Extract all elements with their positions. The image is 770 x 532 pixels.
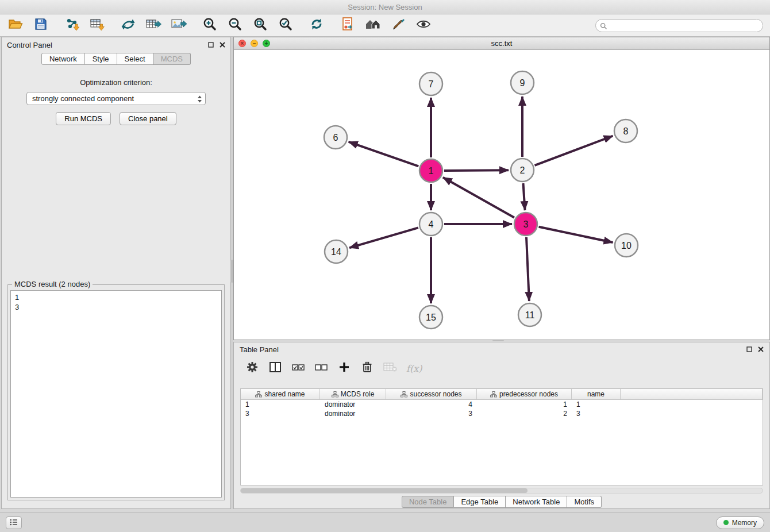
tab-network-table[interactable]: Network Table — [506, 496, 567, 508]
export-network-button[interactable] — [120, 17, 137, 34]
edge-1-6[interactable] — [349, 142, 419, 167]
table-cell[interactable]: 3 — [386, 410, 477, 418]
tab-mcds[interactable]: MCDS — [153, 53, 191, 65]
table-cell[interactable]: 3 — [241, 410, 320, 418]
import-table-button[interactable] — [88, 17, 106, 34]
double-home-button[interactable] — [364, 17, 382, 34]
node-8[interactable]: 8 — [614, 119, 637, 142]
memory-label: Memory — [732, 519, 757, 527]
edge-2-8[interactable] — [535, 136, 613, 165]
zoom-fit-icon — [253, 17, 267, 33]
table-settings-button[interactable] — [245, 361, 259, 375]
import-network-button[interactable] — [63, 17, 80, 34]
table-cell[interactable]: 2 — [477, 410, 572, 418]
svg-text:14: 14 — [331, 247, 341, 257]
column-label: predecessor nodes — [499, 390, 558, 398]
node-14[interactable]: 14 — [325, 240, 348, 263]
style-brush-button[interactable] — [390, 17, 407, 34]
node-6[interactable]: 6 — [324, 126, 347, 149]
float-table-panel-icon[interactable] — [746, 345, 752, 354]
close-panel-button[interactable]: Close panel — [120, 112, 176, 125]
save-session-button[interactable] — [32, 17, 49, 34]
edge-1-2[interactable] — [444, 170, 509, 171]
edge-2-3[interactable] — [523, 183, 525, 210]
column-header-name[interactable]: name — [572, 389, 621, 399]
zoom-in-button[interactable] — [201, 17, 218, 34]
table-cell[interactable]: 1 — [241, 400, 320, 408]
deselect-all-columns-button[interactable] — [314, 361, 328, 375]
table-row[interactable]: 1 dominator 4 1 1 — [241, 400, 763, 409]
search-input[interactable] — [595, 19, 763, 32]
column-header-filler — [621, 389, 763, 399]
export-table-button[interactable] — [145, 17, 162, 34]
network-canvas[interactable]: 7968124314101511 — [234, 50, 769, 340]
create-column-button[interactable] — [337, 361, 351, 375]
close-window-icon[interactable]: × — [238, 40, 246, 47]
open-session-button[interactable] — [7, 17, 24, 34]
node-9[interactable]: 9 — [511, 71, 534, 94]
first-neighbors-button[interactable] — [339, 17, 356, 34]
window-titlebar: Session: New Session — [0, 0, 770, 14]
tab-select[interactable]: Select — [117, 53, 153, 65]
table-cell[interactable]: dominator — [320, 410, 386, 418]
column-type-icon — [332, 391, 338, 398]
show-hide-button[interactable] — [415, 17, 432, 34]
mcds-result-list[interactable]: 1 3 — [10, 290, 222, 498]
column-label: successor nodes — [410, 390, 461, 398]
table-cell[interactable]: 1 — [477, 400, 572, 408]
run-mcds-button[interactable]: Run MCDS — [56, 112, 111, 125]
tab-edge-table[interactable]: Edge Table — [454, 496, 506, 508]
curved-arrows-icon — [121, 17, 136, 33]
refresh-layout-button[interactable] — [308, 17, 325, 34]
list-icon — [10, 518, 18, 528]
node-15[interactable]: 15 — [419, 306, 442, 329]
node-10[interactable]: 10 — [615, 234, 638, 257]
table-row[interactable]: 3 dominator 3 2 3 — [241, 409, 763, 418]
select-all-columns-button[interactable] — [291, 361, 305, 375]
float-panel-icon[interactable] — [208, 41, 214, 49]
node-3[interactable]: 3 — [514, 213, 537, 236]
tab-motifs[interactable]: Motifs — [567, 496, 602, 508]
column-header-mcds-role[interactable]: MCDS role — [320, 389, 386, 399]
edge-4-14[interactable] — [349, 228, 418, 248]
maximize-window-icon[interactable]: + — [263, 40, 270, 47]
criterion-dropdown[interactable]: strongly connected component — [26, 92, 206, 105]
edge-3-10[interactable] — [539, 227, 613, 242]
tab-style[interactable]: Style — [85, 53, 117, 65]
delete-column-button[interactable] — [360, 361, 374, 375]
zoom-selected-button[interactable] — [277, 17, 294, 34]
table-cell[interactable]: 1 — [572, 400, 621, 408]
table-horizontal-scrollbar[interactable] — [240, 488, 763, 494]
svg-text:6: 6 — [333, 133, 338, 142]
tab-network[interactable]: Network — [41, 53, 85, 65]
export-image-button[interactable] — [170, 17, 187, 34]
column-header-shared-name[interactable]: shared name — [241, 389, 320, 399]
zoom-fit-button[interactable] — [252, 17, 269, 34]
zoom-out-button[interactable] — [226, 17, 244, 34]
node-1[interactable]: 1 — [419, 159, 442, 182]
table-toolbar: f(x) — [234, 356, 769, 377]
table-cell[interactable]: 4 — [386, 400, 477, 408]
node-4[interactable]: 4 — [419, 213, 442, 236]
edge-3-1[interactable] — [443, 178, 514, 218]
gear-icon — [247, 361, 258, 375]
show-columns-button[interactable] — [268, 361, 282, 375]
close-panel-icon[interactable] — [220, 41, 225, 49]
dropdown-stepper-icon — [196, 94, 203, 106]
table-cell[interactable]: 3 — [572, 410, 621, 418]
edge-3-11[interactable] — [526, 237, 529, 301]
column-header-successor-nodes[interactable]: successor nodes — [386, 389, 477, 399]
close-table-panel-icon[interactable] — [758, 345, 764, 354]
minimize-window-icon[interactable]: – — [251, 40, 258, 47]
scrollbar-thumb[interactable] — [241, 488, 528, 493]
column-header-predecessor-nodes[interactable]: predecessor nodes — [477, 389, 572, 399]
tab-node-table[interactable]: Node Table — [402, 496, 455, 508]
task-history-button[interactable] — [6, 516, 22, 529]
zoom-selected-icon — [279, 17, 292, 33]
plus-icon — [339, 362, 349, 375]
memory-button[interactable]: Memory — [716, 516, 764, 529]
node-7[interactable]: 7 — [419, 72, 442, 95]
table-cell[interactable]: dominator — [320, 400, 386, 408]
node-2[interactable]: 2 — [511, 159, 534, 182]
node-11[interactable]: 11 — [518, 303, 541, 326]
